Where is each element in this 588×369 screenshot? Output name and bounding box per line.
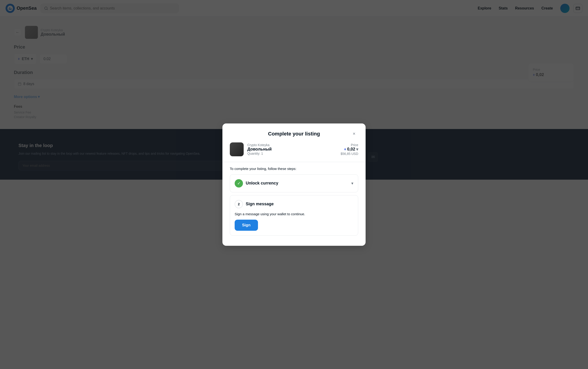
nft-price-info: Price ♦ 0,02 ▾ $56,85 USD xyxy=(341,143,358,156)
nft-thumbnail-image xyxy=(230,143,244,156)
nft-collection-name: Crypto Koteyka xyxy=(247,143,272,147)
nft-details: Crypto Koteyka Довольный Quantity: 1 xyxy=(247,143,272,155)
step1-left: ✓ Unlock currency xyxy=(235,179,278,187)
nft-info-left: Crypto Koteyka Довольный Quantity: 1 xyxy=(230,143,272,156)
step2-number-icon: 2 xyxy=(235,200,243,208)
step1-chevron-icon[interactable]: ▾ xyxy=(351,181,353,186)
step1-check-icon: ✓ xyxy=(235,179,243,187)
step2-header: 2 Sign message xyxy=(235,200,353,208)
nft-thumbnail xyxy=(230,143,244,156)
sign-message-text: Sign a message using your wallet to cont… xyxy=(235,212,353,216)
modal-nft-info: Crypto Koteyka Довольный Quantity: 1 Pri… xyxy=(230,143,358,156)
close-button[interactable]: × xyxy=(350,130,358,138)
step1-label: Unlock currency xyxy=(246,181,278,186)
price-value-row: ♦ 0,02 ▾ xyxy=(341,147,358,152)
step-unlock-currency: ✓ Unlock currency ▾ xyxy=(230,174,358,192)
page-background: ← Crypto Koteyka Довольный Price ♦ ETH ▾… xyxy=(0,0,588,369)
step2-label: Sign message xyxy=(246,202,274,206)
eth-symbol: ♦ xyxy=(344,147,346,152)
divider xyxy=(222,162,366,162)
step-sign-message: 2 Sign message Sign a message using your… xyxy=(230,195,358,236)
nft-quantity: Quantity: 1 xyxy=(247,152,272,155)
modal-title: Complete your listing xyxy=(268,131,320,137)
price-chevron-icon[interactable]: ▾ xyxy=(356,147,358,152)
modal-overlay: Complete your listing × Crypto Koteyka Д… xyxy=(0,0,588,369)
steps-intro-text: To complete your listing, follow these s… xyxy=(230,167,358,171)
sign-button[interactable]: Sign xyxy=(235,220,258,231)
price-label: Price xyxy=(341,143,358,147)
step2-left: 2 Sign message xyxy=(235,200,274,208)
nft-name: Довольный xyxy=(247,147,272,152)
modal-header: Complete your listing × xyxy=(230,131,358,137)
usd-price: $56,85 USD xyxy=(341,152,358,156)
step2-body: Sign a message using your wallet to cont… xyxy=(235,212,353,231)
complete-listing-modal: Complete your listing × Crypto Koteyka Д… xyxy=(222,123,366,246)
step1-header: ✓ Unlock currency ▾ xyxy=(235,179,353,187)
eth-amount: 0,02 xyxy=(347,147,355,152)
